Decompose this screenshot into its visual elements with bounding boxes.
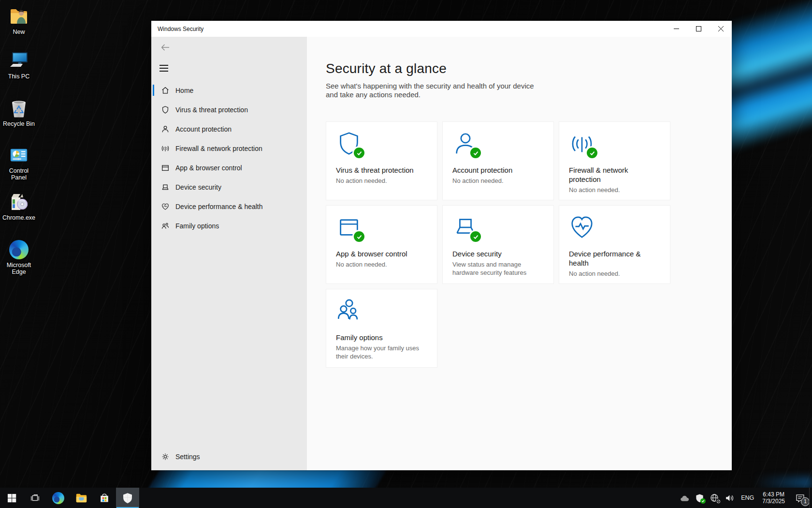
- card-family-options[interactable]: Family options Manage how your family us…: [326, 289, 437, 368]
- user-folder-icon: [8, 6, 29, 27]
- check-badge: [354, 148, 364, 158]
- check-badge: [700, 498, 706, 504]
- card-title: Device performance & health: [569, 249, 660, 268]
- laptop-icon: [452, 214, 478, 240]
- health-heart-icon: [569, 214, 595, 240]
- shield-icon: [161, 105, 170, 114]
- card-status: No action needed.: [569, 186, 660, 194]
- minimize-button[interactable]: [665, 21, 687, 37]
- back-button[interactable]: [158, 41, 173, 54]
- taskbar-clock[interactable]: 6:43 PM 7/3/2025: [760, 491, 787, 505]
- sidebar-item-label: Family options: [175, 222, 219, 230]
- offline-badge: [716, 499, 721, 504]
- sidebar-item-firewall-network-protection[interactable]: Firewall & network protection: [151, 139, 307, 158]
- onedrive-cloud-icon[interactable]: [680, 493, 690, 503]
- sidebar: Home Virus & threat protection Account p…: [151, 37, 307, 470]
- card-grid: Virus & threat protection No action need…: [326, 121, 670, 368]
- desktop-icon-control-panel[interactable]: Control Panel: [0, 145, 38, 181]
- start-button[interactable]: [0, 488, 23, 508]
- family-icon: [336, 298, 362, 324]
- action-center-button[interactable]: 1: [795, 493, 805, 503]
- card-status: No action needed.: [336, 260, 427, 269]
- card-app-browser-control[interactable]: App & browser control No action needed.: [326, 205, 437, 284]
- edge-icon: [8, 239, 29, 260]
- desktop-icon-label: This PC: [8, 73, 29, 80]
- taskbar-windows-security-button[interactable]: [116, 488, 139, 508]
- taskbar-file-explorer-button[interactable]: [70, 488, 93, 508]
- card-title: Family options: [336, 333, 427, 342]
- card-title: Device security: [452, 249, 544, 258]
- selected-indicator: [153, 85, 154, 96]
- microsoft-store-icon: [99, 492, 110, 504]
- antenna-icon: [569, 131, 595, 157]
- check-badge: [587, 148, 597, 158]
- sidebar-item-app-browser-control[interactable]: App & browser control: [151, 158, 307, 178]
- sidebar-item-label: Virus & threat protection: [175, 106, 248, 114]
- app-window-icon: [336, 214, 362, 240]
- control-panel-icon: [8, 145, 29, 166]
- antenna-icon: [161, 144, 170, 153]
- tray-security-shield-icon[interactable]: [695, 493, 704, 503]
- clock-time: 6:43 PM: [762, 491, 785, 498]
- titlebar: Windows Security: [151, 21, 732, 37]
- card-status: No action needed.: [336, 177, 427, 185]
- desktop-icon-this-pc[interactable]: This PC: [0, 50, 38, 80]
- check-badge: [470, 148, 481, 158]
- desktop-icon-microsoft-edge[interactable]: Microsoft Edge: [0, 239, 38, 275]
- page-subtitle-line2: and take any actions needed.: [326, 90, 732, 99]
- taskbar-edge-button[interactable]: [46, 488, 70, 508]
- card-status: Manage how your family uses their device…: [336, 344, 427, 360]
- show-desktop-button[interactable]: [809, 488, 812, 508]
- network-globe-offline-icon[interactable]: [710, 493, 719, 503]
- card-status: No action needed.: [569, 269, 660, 278]
- app-window-icon: [161, 164, 170, 172]
- taskbar-store-button[interactable]: [93, 488, 116, 508]
- windows-logo-icon: [7, 493, 16, 503]
- sidebar-item-account-protection[interactable]: Account protection: [151, 120, 307, 139]
- desktop-icon-label: Control Panel: [1, 167, 37, 181]
- sidebar-item-settings[interactable]: Settings: [151, 447, 307, 466]
- hamburger-menu-button[interactable]: [160, 62, 172, 74]
- task-view-button[interactable]: [23, 488, 46, 508]
- back-arrow-icon: [162, 45, 170, 50]
- sidebar-item-family-options[interactable]: Family options: [151, 216, 307, 236]
- check-badge: [354, 231, 364, 242]
- gear-icon: [161, 452, 170, 461]
- volume-icon[interactable]: [725, 493, 735, 503]
- this-pc-icon: [8, 50, 29, 72]
- sidebar-item-label: Device performance & health: [175, 203, 263, 210]
- language-indicator[interactable]: ENG: [740, 494, 755, 501]
- main-content: Security at a glance See what's happenin…: [307, 37, 732, 470]
- card-device-performance-health[interactable]: Device performance & health No action ne…: [559, 205, 670, 284]
- card-firewall-network-protection[interactable]: Firewall & network protection No action …: [559, 121, 670, 200]
- desktop-icon-new[interactable]: New: [0, 6, 38, 35]
- sidebar-item-label: Device security: [175, 183, 221, 191]
- desktop-icon-label: New: [13, 29, 25, 35]
- window-title: Windows Security: [151, 26, 665, 32]
- sidebar-item-label: App & browser control: [175, 164, 242, 172]
- task-view-icon: [29, 493, 40, 503]
- windows-security-window: Windows Security: [151, 21, 732, 470]
- sidebar-item-device-security[interactable]: Device security: [151, 178, 307, 197]
- close-button[interactable]: [710, 21, 732, 37]
- sidebar-item-virus-threat-protection[interactable]: Virus & threat protection: [151, 100, 307, 120]
- maximize-button[interactable]: [687, 21, 710, 37]
- desktop-icon-label: Microsoft Edge: [1, 262, 37, 275]
- card-title: Firewall & network protection: [569, 165, 660, 184]
- settings-row: Settings: [151, 447, 307, 466]
- laptop-icon: [161, 183, 170, 192]
- desktop-icon-chrome-exe[interactable]: Chrome.exe: [0, 192, 38, 221]
- desktop-icon-recycle-bin[interactable]: Recycle Bin: [0, 98, 38, 127]
- check-badge: [470, 231, 481, 242]
- card-virus-threat-protection[interactable]: Virus & threat protection No action need…: [326, 121, 437, 200]
- wallpaper-blue-glow: [754, 477, 812, 489]
- card-device-security[interactable]: Device security View status and manage h…: [442, 205, 554, 284]
- sidebar-item-home[interactable]: Home: [151, 81, 307, 100]
- sidebar-item-device-performance-health[interactable]: Device performance & health: [151, 197, 307, 216]
- desktop-icon-label: Chrome.exe: [2, 214, 35, 221]
- edge-icon: [52, 492, 64, 504]
- card-account-protection[interactable]: Account protection No action needed.: [442, 121, 554, 200]
- page-subtitle-line1: See what's happening with the security a…: [326, 82, 732, 90]
- windows-security-shield-icon: [122, 492, 133, 504]
- file-explorer-icon: [75, 492, 87, 504]
